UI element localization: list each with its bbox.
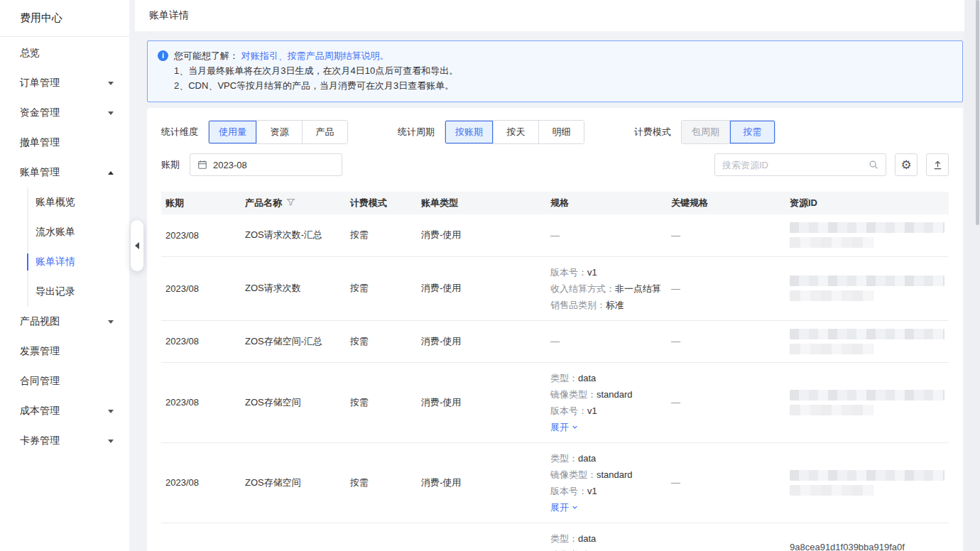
cell-billing-period: 2023/08 — [161, 320, 241, 362]
cell-specs: 版本号：v1收入结算方式：非一点结算销售品类别：标准 — [546, 256, 667, 320]
chevron-up-icon — [108, 171, 114, 175]
column-header-label: 规格 — [550, 197, 569, 208]
cell-specs: — — [546, 320, 667, 362]
cell-resource-id — [785, 442, 949, 523]
cell-bill-type: 消费-使用 — [417, 523, 546, 551]
collapse-left-icon — [135, 242, 139, 249]
billing_mode-segment: 包周期按需 — [681, 120, 775, 144]
cell-product-name: ZOS存储空间 — [241, 442, 346, 523]
cell-bill-type: 消费-使用 — [417, 214, 546, 256]
dimension-option[interactable]: 资源 — [256, 121, 302, 143]
cell-key-specs: — — [667, 442, 785, 523]
redacted-resource-id — [790, 405, 873, 415]
column-header: 规格 — [546, 192, 667, 214]
resource-search-input[interactable] — [722, 160, 869, 170]
scrollbar-track — [964, 0, 980, 551]
page-title: 账单详情 — [149, 9, 189, 22]
dimension-option[interactable]: 使用量 — [209, 121, 256, 143]
sidebar-item[interactable]: 成本管理 — [0, 396, 129, 426]
period-option[interactable]: 按天 — [493, 121, 538, 143]
sidebar-item[interactable]: 账单概览 — [0, 187, 129, 217]
cell-product-name: ZOS存储空间-汇总 — [241, 320, 346, 362]
sidebar-item[interactable]: 产品视图 — [0, 307, 129, 337]
cell-billing-mode: 按需 — [346, 442, 417, 523]
sidebar: 费用中心 总览订单管理资金管理撤单管理账单管理账单概览流水账单账单详情导出记录产… — [0, 0, 129, 551]
billing_mode-option[interactable]: 按需 — [729, 121, 775, 143]
spec-line: 镜像类型：standard — [550, 386, 663, 403]
table-row: 2023/08ZOS存储空间-汇总按需消费-使用—— — [161, 320, 949, 362]
sidebar-item[interactable]: 订单管理 — [0, 68, 129, 98]
sidebar-item[interactable]: 账单管理 — [0, 158, 129, 187]
column-header: 产品名称 — [241, 192, 346, 214]
filter-icon[interactable] — [286, 198, 295, 209]
billing_mode-option[interactable]: 包周期 — [682, 121, 729, 143]
spec-line: 版本号：v1 — [550, 483, 663, 499]
dimension-option[interactable]: 产品 — [302, 121, 347, 143]
filter-toolbar: 统计维度 使用量资源产品 统计周期 按账期按天明细 计费模式 包周期按需 — [161, 119, 949, 145]
sidebar-item[interactable]: 卡券管理 — [0, 426, 129, 456]
sidebar-item-label: 账单管理 — [20, 166, 60, 179]
column-header-label: 计费模式 — [350, 197, 387, 208]
alert-help-link[interactable]: 对账指引、按需产品周期结算说明。 — [241, 50, 389, 61]
cell-specs: 类型：data镜像类型：standard版本号：v1展开 — [546, 442, 667, 523]
cell-billing-period: 2023/08 — [161, 362, 241, 442]
redacted-resource-id — [790, 237, 873, 248]
expand-specs-link[interactable]: 展开 — [550, 419, 578, 435]
sidebar-item[interactable]: 总览 — [0, 38, 129, 68]
column-settings-button[interactable]: ⚙ — [895, 153, 918, 176]
alert-line-3: 2、CDN、VPC等按月结算的产品，当月消费可在次月3日查看账单。 — [158, 78, 951, 93]
cell-product-name: ZOS请求次数-汇总 — [241, 214, 346, 256]
cell-key-specs: — — [667, 214, 785, 256]
sidebar-collapse-button[interactable] — [131, 220, 143, 271]
billing-cycle-picker[interactable]: 2023-08 — [190, 153, 342, 176]
export-icon — [932, 160, 943, 170]
cell-billing-mode: 按需 — [346, 523, 417, 551]
sidebar-item[interactable]: 发票管理 — [0, 337, 129, 366]
period-segment: 按账期按天明细 — [445, 120, 584, 144]
sidebar-item[interactable]: 合同管理 — [0, 366, 129, 396]
cell-key-specs: — — [667, 256, 785, 320]
search-icon[interactable] — [869, 160, 878, 170]
cell-specs: 类型：data镜像类型：standard版本号：v1展开 — [546, 362, 667, 442]
sidebar-item[interactable]: 导出记录 — [0, 277, 129, 307]
column-header-label: 资源ID — [790, 197, 817, 208]
sidebar-item-label: 账单概览 — [36, 196, 75, 209]
sidebar-item[interactable]: 账单详情 — [0, 247, 129, 277]
column-header: 账单类型 — [417, 192, 546, 214]
expand-specs-link[interactable]: 展开 — [550, 499, 578, 515]
table-body: 2023/08ZOS请求次数-汇总按需消费-使用——2023/08ZOS请求次数… — [161, 214, 949, 551]
period-option[interactable]: 明细 — [538, 121, 584, 143]
billing-card: 统计维度 使用量资源产品 统计周期 按账期按天明细 计费模式 包周期按需 账期 … — [147, 108, 963, 551]
sidebar-item[interactable]: 资金管理 — [0, 98, 129, 128]
chevron-down-icon — [108, 82, 114, 85]
cell-bill-type: 消费-使用 — [417, 256, 546, 320]
cell-billing-mode: 按需 — [346, 256, 417, 320]
cell-resource-id — [785, 362, 949, 442]
calendar-icon — [197, 160, 207, 170]
chevron-down-icon — [108, 111, 114, 115]
export-button[interactable] — [926, 153, 949, 176]
table-row: 2023/08ZOS存储空间按需消费-使用类型：data镜像类型：standar… — [161, 362, 949, 442]
table-row: 2023/08ZOS请求次数-汇总按需消费-使用—— — [161, 214, 949, 256]
billing-table: 账期产品名称计费模式账单类型规格关键规格资源ID 2023/08ZOS请求次数-… — [161, 192, 949, 551]
sidebar-item-label: 账单详情 — [36, 256, 75, 268]
cell-billing-mode: 按需 — [346, 320, 417, 362]
sidebar-item[interactable]: 流水账单 — [0, 217, 129, 247]
sidebar-item-label: 撤单管理 — [20, 136, 60, 149]
sidebar-item-label: 发票管理 — [20, 345, 60, 358]
dimension-segment: 使用量资源产品 — [208, 120, 348, 144]
cell-specs: 类型：data镜像类型：standard版本号：v1展开 — [546, 523, 667, 551]
cell-billing-period: 2023/08 — [161, 256, 241, 320]
scrollbar-thumb[interactable] — [976, 0, 979, 225]
cell-product-name: ZOS请求次数 — [241, 256, 346, 320]
cell-key-specs: — — [667, 362, 785, 442]
period-option[interactable]: 按账期 — [445, 121, 493, 143]
spec-line: 版本号：v1 — [550, 264, 663, 280]
sidebar-item[interactable]: 撤单管理 — [0, 128, 129, 158]
spec-line: 收入结算方式：非一点结算 — [550, 280, 663, 297]
cell-billing-period: 2023/08 — [161, 523, 241, 551]
billing-mode-label: 计费模式 — [634, 126, 671, 138]
redacted-resource-id — [790, 276, 944, 286]
cell-product-name: ZOS存储空间 — [241, 523, 346, 551]
redacted-resource-id — [790, 390, 944, 400]
